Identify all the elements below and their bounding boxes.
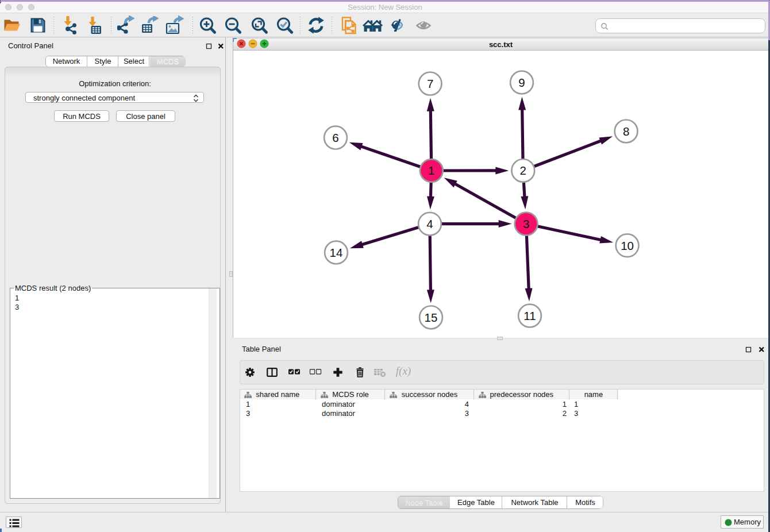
svg-text:2: 2 [520, 164, 526, 177]
svg-text:8: 8 [623, 125, 629, 138]
svg-text:4: 4 [426, 217, 433, 230]
svg-text:10: 10 [621, 239, 634, 252]
svg-text:11: 11 [523, 309, 536, 322]
svg-text:15: 15 [425, 311, 438, 324]
svg-text:3: 3 [523, 217, 529, 230]
svg-text:7: 7 [427, 77, 433, 90]
svg-text:1: 1 [428, 164, 434, 177]
svg-text:14: 14 [330, 246, 343, 259]
svg-text:9: 9 [518, 76, 525, 89]
svg-text:6: 6 [332, 131, 338, 144]
